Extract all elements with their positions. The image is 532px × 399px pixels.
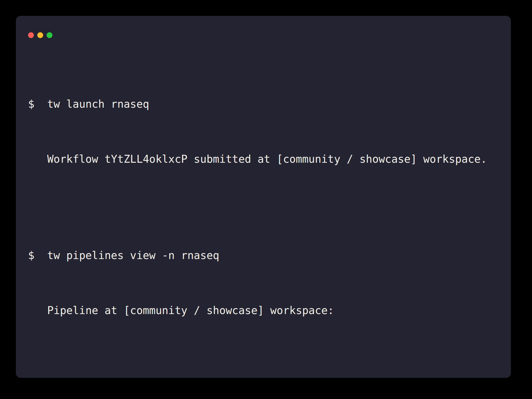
terminal-window: $tw launch rnaseq Workflow tYtZLL4oklxcP… bbox=[16, 16, 511, 378]
minimize-button[interactable] bbox=[37, 32, 43, 38]
shell-prompt: $ bbox=[28, 97, 47, 111]
close-button[interactable] bbox=[28, 32, 34, 38]
command-text: tw launch rnaseq bbox=[47, 98, 149, 110]
command-line-launch: $tw launch rnaseq bbox=[28, 97, 487, 111]
command-line-pipelines-view: $tw pipelines view -n rnaseq bbox=[28, 248, 487, 262]
pipeline-workspace-output: Pipeline at [community / showcase] works… bbox=[28, 303, 487, 317]
titlebar[interactable] bbox=[28, 32, 52, 38]
terminal-content: $tw launch rnaseq Workflow tYtZLL4oklxcP… bbox=[28, 42, 487, 399]
shell-prompt: $ bbox=[28, 248, 47, 262]
command-text: tw pipelines view -n rnaseq bbox=[47, 249, 219, 261]
workflow-submitted-output: Workflow tYtZLL4oklxcP submitted at [com… bbox=[28, 152, 487, 166]
pipeline-details-table: --------------+-------------------------… bbox=[28, 372, 487, 399]
zoom-button[interactable] bbox=[47, 32, 52, 38]
